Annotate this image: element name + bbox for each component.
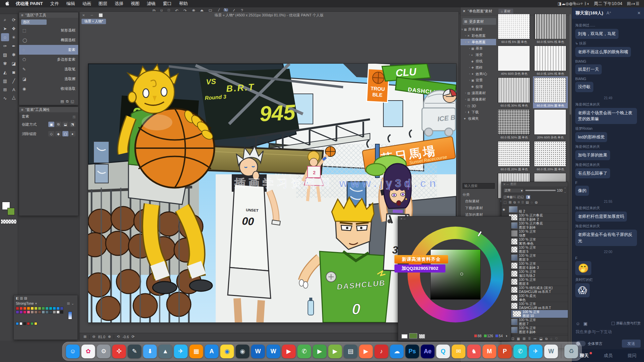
sv-cursor[interactable] — [460, 273, 463, 276]
layer-row[interactable]: ◉ ✎ 100 % 线性减淡 (发光) DASHCLUB vs B.R.T — [501, 286, 568, 294]
paint-app[interactable]: ✎ — [128, 345, 142, 358]
operation-tool[interactable]: ➤ — [1, 24, 9, 33]
color-swatch[interactable] — [45, 307, 49, 310]
layer-thumbnail[interactable] — [509, 206, 518, 213]
cloud-sync-icon[interactable]: ☁ — [561, 1, 566, 6]
subtool-item[interactable]: ◌ 套索 — [19, 45, 78, 55]
line-correct-tool[interactable]: ∿ — [1, 94, 9, 102]
material-pattern-item[interactable]: 60.0 线 20% 圆 单色 — [533, 140, 568, 172]
color-swatch[interactable] — [19, 310, 23, 314]
opacity-slider[interactable] — [525, 190, 556, 191]
color-swatch[interactable] — [19, 307, 23, 310]
layer-row[interactable]: ◉ ✎ 100 % 正常 图层 5 — [501, 246, 568, 254]
mumu[interactable]: M — [483, 345, 496, 358]
after-effects[interactable]: Ae — [421, 345, 435, 358]
color-swatch[interactable] — [60, 307, 63, 310]
color-swatch[interactable] — [49, 310, 52, 314]
menubar-menu[interactable]: 选择 — [115, 1, 123, 6]
layers-footer-icon[interactable]: ⊞ — [523, 337, 525, 341]
menubar-menu[interactable]: 滤镜 — [147, 1, 156, 6]
color-swatch[interactable] — [45, 310, 49, 314]
chrome[interactable]: ◉ — [220, 345, 234, 358]
material-tree-item[interactable]: › ✦ 效果/心 — [461, 71, 496, 77]
decoration-tool[interactable]: ✾ — [1, 59, 9, 67]
color-swatch[interactable] — [56, 310, 60, 314]
app-store[interactable]: A — [205, 345, 219, 358]
color-swatch[interactable] — [53, 307, 56, 310]
mini-color-swatch[interactable] — [19, 322, 22, 325]
color-swatch[interactable] — [60, 310, 63, 314]
layer-row[interactable]: ◉ ✎ 100 % 正片叠底 图层 9 副本 2 — [501, 214, 568, 222]
kankan[interactable]: ▶ — [328, 345, 342, 358]
move-tool[interactable]: ✥ — [10, 24, 18, 33]
subtool-footer-icons[interactable]: ▤⧉◱ — [60, 99, 76, 104]
light-table-tool[interactable]: ⧊ — [10, 94, 18, 102]
material-tree-item[interactable]: ◈ 排线 — [461, 58, 496, 64]
image-icon[interactable]: ▣ — [583, 321, 587, 326]
menubar-menu[interactable]: 视图 — [131, 1, 140, 6]
material-pattern-item[interactable]: 20% 60/0 杂色 单色 — [533, 108, 568, 140]
layer-tool-icon[interactable]: ◱ — [521, 195, 524, 199]
material-tree-item[interactable]: ∨ ▦ 所有素材 — [461, 26, 496, 33]
window-controls[interactable]: ✕ ─ — [503, 183, 508, 186]
panel-menu-icon[interactable]: ≡ — [21, 13, 23, 17]
subtool-item[interactable]: ◉ 收缩选取 — [19, 84, 78, 94]
netease-music[interactable]: ♪ — [375, 345, 388, 358]
mini-color-swatch[interactable] — [16, 322, 19, 325]
gradient-tool[interactable]: ▥ — [1, 77, 9, 85]
iqiyi[interactable]: ▶ — [313, 345, 327, 358]
qq[interactable]: Q — [436, 345, 450, 358]
layer-row[interactable]: ◉ ✎ 100 % 正常 篱笆-单色 — [501, 238, 568, 246]
color-swatch[interactable] — [16, 310, 19, 314]
layer-row[interactable]: ◉ ✎ 100 % 柔光 单色 — [501, 294, 568, 302]
steam[interactable]: ◉ — [236, 345, 250, 358]
search-icon[interactable]: ⌕ — [631, 1, 633, 6]
airbrush-tool[interactable]: ❃ — [10, 51, 18, 59]
property-option-button[interactable]: ◇ — [48, 131, 54, 136]
subtool-group-tab[interactable]: 选区 — [21, 19, 47, 25]
layer-row[interactable]: ◉ ✎ 100 % 正常 图层 8 — [501, 278, 568, 286]
layers-footer-icon[interactable]: ⬓ — [539, 337, 542, 341]
whiteboard-app[interactable]: W — [544, 345, 558, 358]
layer-action-icon[interactable]: ◍ — [535, 200, 538, 204]
mail[interactable]: ✉ — [452, 345, 466, 358]
layer-action-icon[interactable]: ⌑ — [518, 200, 520, 204]
eraser-tool[interactable]: ◪ — [10, 59, 18, 67]
layers-footer-icon[interactable]: ◌ — [550, 337, 552, 341]
color-swatch[interactable] — [27, 310, 30, 314]
layer-tool-icon[interactable]: ◰ — [518, 195, 521, 199]
layer-tool-icon[interactable]: ▦ — [509, 195, 513, 199]
subtool-item[interactable]: ✎ 选取笔 — [19, 64, 78, 74]
video-player[interactable]: ▶ — [282, 345, 296, 358]
volume-icon[interactable]: ◖ — [587, 1, 589, 6]
safari[interactable]: ✈ — [174, 345, 188, 358]
word[interactable]: W — [267, 345, 280, 358]
property-option-button[interactable]: ⬔ — [69, 122, 75, 127]
wechat[interactable]: ✆ — [298, 345, 311, 358]
powerpoint[interactable]: P — [498, 345, 512, 358]
rotate-left-icon[interactable]: ⟲ — [117, 335, 120, 339]
menubar-menu[interactable]: 窗口 — [163, 1, 172, 6]
input-method-icon[interactable]: 田 — [627, 1, 631, 6]
subtool-item[interactable]: ⬠ 多边形套索 — [19, 55, 78, 64]
baidu-netdisk[interactable]: ☁ — [390, 345, 404, 358]
material-tree-item[interactable]: › ✕ 彩色图案 — [461, 33, 496, 39]
eyedropper-tool[interactable]: ✑ — [1, 42, 9, 50]
record-icon[interactable]: ◍ — [569, 1, 572, 6]
background-color-swatch[interactable] — [7, 208, 15, 215]
text-tool[interactable]: A — [10, 85, 18, 94]
property-option-button[interactable]: ⬓ — [62, 122, 68, 127]
layer-row[interactable]: ◉ ✎ 100 % 正片叠底 图层 9 副本 — [501, 222, 568, 230]
selection-tool[interactable]: ◌ — [1, 33, 9, 41]
menubar-menu[interactable]: 图层 — [99, 1, 107, 6]
property-option-button[interactable]: ⧉ — [55, 122, 61, 127]
material-tree-item[interactable]: › ▦ 基本 — [461, 45, 496, 52]
layer-row[interactable]: ◉ ✎ 100 % 正常 图层 6 副本 3 — [501, 262, 568, 270]
mute-likes-option[interactable]: 屏蔽点赞与打赏 — [611, 321, 641, 326]
layer-action-icon[interactable]: ◌ — [531, 200, 533, 204]
pen-tool[interactable]: ✒ — [10, 42, 18, 50]
rotate-right-icon[interactable]: ⟳ — [131, 335, 135, 339]
layers-footer-icon[interactable]: ⧉ — [545, 337, 547, 341]
category-item[interactable]: 自制素材 — [461, 198, 497, 205]
subtool-item[interactable]: ◯ 椭圆选框 — [19, 35, 78, 45]
